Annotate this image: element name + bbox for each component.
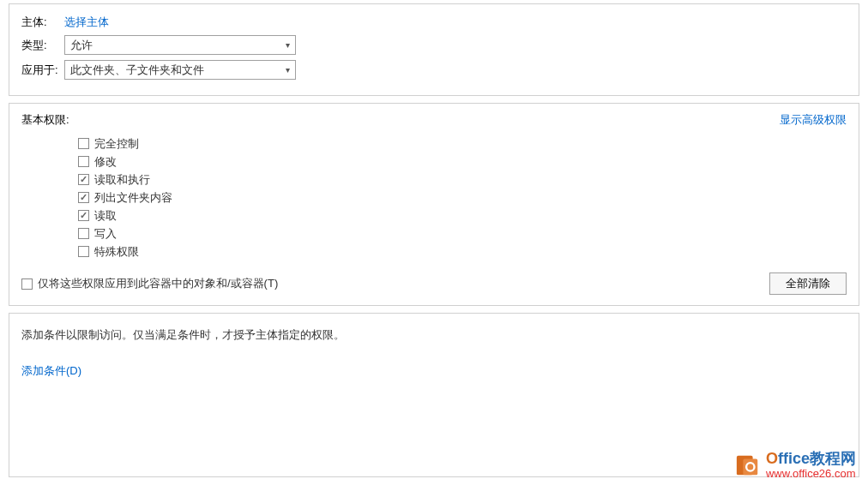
principal-row: 主体: 选择主体 — [21, 15, 847, 30]
watermark-text: Office教程网 www.office26.com — [766, 451, 856, 480]
permissions-panel: 基本权限: 显示高级权限 完全控制 修改 读取和执行 列出文件夹内容 读取 写入 — [9, 103, 859, 306]
advanced-permissions-link[interactable]: 显示高级权限 — [780, 112, 847, 128]
type-label: 类型: — [21, 38, 64, 53]
office-logo-icon — [735, 452, 761, 478]
watermark-title-o: O — [766, 450, 778, 467]
principal-label: 主体: — [21, 15, 64, 30]
applies-to-select[interactable]: 此文件夹、子文件夹和文件 ▾ — [64, 60, 296, 80]
permission-item: 写入 — [78, 225, 847, 242]
type-select-value: 允许 — [70, 38, 93, 53]
select-principal-link[interactable]: 选择主体 — [64, 15, 109, 30]
apply-only-label: 仅将这些权限应用到此容器中的对象和/或容器(T) — [38, 276, 278, 291]
permission-checkbox[interactable] — [78, 246, 89, 257]
permission-label: 读取 — [94, 208, 117, 224]
clear-all-button[interactable]: 全部清除 — [769, 272, 847, 295]
permission-item: 完全控制 — [78, 135, 847, 153]
permission-checkbox[interactable] — [78, 210, 89, 221]
watermark-title-rest: ffice教程网 — [778, 450, 856, 467]
permission-checkbox[interactable] — [78, 156, 89, 167]
applies-to-label: 应用于: — [21, 63, 64, 78]
permissions-title: 基本权限: — [21, 112, 69, 128]
permissions-bottom-row: 仅将这些权限应用到此容器中的对象和/或容器(T) 全部清除 — [21, 272, 847, 295]
permissions-list: 完全控制 修改 读取和执行 列出文件夹内容 读取 写入 特殊权限 — [78, 135, 847, 260]
permission-checkbox[interactable] — [78, 174, 89, 185]
permission-item: 特殊权限 — [78, 242, 847, 260]
applies-to-row: 应用于: 此文件夹、子文件夹和文件 ▾ — [21, 60, 847, 80]
chevron-down-icon: ▾ — [286, 65, 290, 75]
apply-only-container: 仅将这些权限应用到此容器中的对象和/或容器(T) — [21, 276, 278, 291]
permission-label: 读取和执行 — [94, 172, 150, 188]
apply-only-checkbox[interactable] — [21, 278, 33, 290]
permission-item: 读取和执行 — [78, 171, 847, 189]
watermark-url: www.office26.com — [766, 468, 856, 480]
permission-label: 写入 — [94, 226, 117, 242]
conditions-panel: 添加条件以限制访问。仅当满足条件时，才授予主体指定的权限。 添加条件(D) — [9, 313, 859, 477]
svg-rect-1 — [743, 458, 757, 475]
permission-checkbox[interactable] — [78, 192, 89, 203]
chevron-down-icon: ▾ — [286, 40, 290, 50]
type-row: 类型: 允许 ▾ — [21, 35, 847, 55]
permission-item: 读取 — [78, 207, 847, 225]
applies-to-select-value: 此文件夹、子文件夹和文件 — [70, 63, 204, 78]
add-condition-link[interactable]: 添加条件(D) — [21, 364, 81, 377]
permissions-header: 基本权限: 显示高级权限 — [21, 112, 847, 128]
principal-panel: 主体: 选择主体 类型: 允许 ▾ 应用于: 此文件夹、子文件夹和文件 ▾ — [9, 3, 859, 96]
type-select[interactable]: 允许 ▾ — [64, 35, 296, 55]
conditions-description: 添加条件以限制访问。仅当满足条件时，才授予主体指定的权限。 — [21, 327, 847, 343]
permission-label: 列出文件夹内容 — [94, 190, 172, 206]
permission-checkbox[interactable] — [78, 138, 89, 149]
watermark-title: Office教程网 — [766, 451, 856, 468]
permission-label: 特殊权限 — [94, 244, 139, 260]
permission-label: 修改 — [94, 154, 117, 170]
permission-item: 修改 — [78, 153, 847, 171]
permission-item: 列出文件夹内容 — [78, 189, 847, 207]
watermark: Office教程网 www.office26.com — [735, 451, 856, 480]
permission-label: 完全控制 — [94, 136, 139, 152]
permission-checkbox[interactable] — [78, 228, 89, 239]
